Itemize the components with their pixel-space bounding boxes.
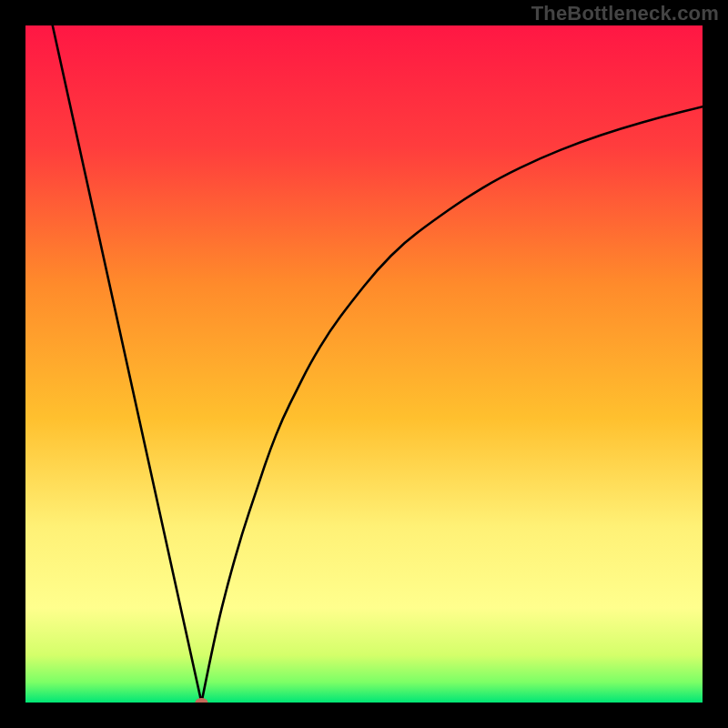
chart-frame: TheBottleneck.com bbox=[0, 0, 728, 728]
watermark-text: TheBottleneck.com bbox=[531, 2, 719, 25]
chart-svg bbox=[25, 25, 703, 703]
plot-area bbox=[25, 25, 703, 703]
